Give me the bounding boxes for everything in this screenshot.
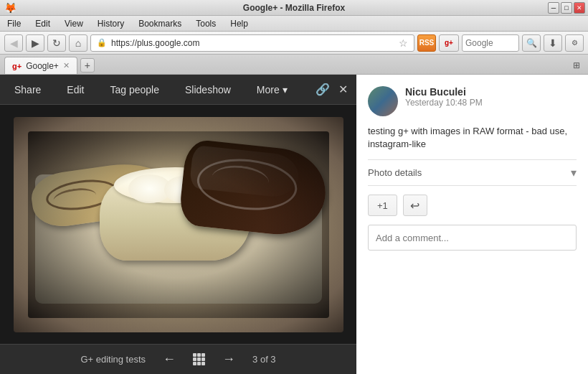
grid-view-button[interactable] [193, 353, 205, 365]
user-details: Nicu Buculei Yesterday 10:48 PM [405, 86, 483, 108]
back-button[interactable]: ◀ [4, 34, 23, 52]
share-toolbar-button[interactable]: Share [9, 81, 47, 98]
share-button[interactable]: ↩ [403, 195, 427, 216]
tab-label: Google+ [26, 61, 59, 71]
download-button[interactable]: ⬇ [544, 34, 562, 52]
more-tools-button[interactable]: ⚙ [565, 34, 584, 52]
chevron-down-icon[interactable]: ▾ [571, 166, 577, 179]
slideshow-toolbar-button[interactable]: Slideshow [179, 81, 237, 98]
eclair-background [14, 117, 343, 332]
grid-dot [197, 362, 201, 365]
forward-button[interactable]: ▶ [26, 34, 44, 52]
minimize-button[interactable]: ─ [548, 2, 559, 14]
nav-bar: ◀ ▶ ↻ ⌂ 🔒 https://plus.google.com ☆ RSS … [0, 32, 588, 55]
avatar [368, 86, 398, 116]
photo-details-label: Photo details [368, 167, 422, 178]
grid-dot [201, 357, 205, 361]
address-text: https://plus.google.com [111, 38, 394, 48]
grid-dot [193, 353, 196, 357]
menu-file[interactable]: File [4, 17, 24, 30]
comment-input[interactable] [368, 225, 577, 251]
close-button[interactable]: ✕ [574, 2, 585, 14]
sidebar: Nicu Buculei Yesterday 10:48 PM testing … [356, 75, 588, 374]
photo-image [14, 117, 343, 332]
grid-dot [201, 362, 205, 365]
plus-one-button[interactable]: +1 [368, 195, 397, 216]
grid-dot [197, 353, 201, 357]
window-controls: ─ □ ✕ [548, 2, 585, 14]
google-plus-search-icon[interactable]: g+ [439, 34, 459, 52]
bookmark-star-icon[interactable]: ☆ [399, 37, 408, 49]
toolbar-icons: 🔗 ✕ [316, 83, 348, 96]
rss-button[interactable]: RSS [417, 34, 436, 52]
search-area: g+ 🔍 [439, 34, 541, 52]
avatar-image [368, 86, 398, 116]
eclair-composition [28, 131, 329, 318]
photo-container [0, 105, 356, 344]
photo-counter: 3 of 3 [252, 354, 276, 365]
album-label: G+ editing tests [80, 354, 146, 365]
photo-toolbar: Share Edit Tag people Slideshow More ▾ 🔗… [0, 75, 356, 105]
action-buttons: +1 ↩ [368, 195, 577, 216]
menu-edit[interactable]: Edit [32, 17, 53, 30]
tag-people-toolbar-button[interactable]: Tag people [104, 81, 165, 98]
menu-tools[interactable]: Tools [193, 17, 219, 30]
tab-sidebar-button[interactable]: ⊞ [569, 58, 584, 73]
tab-favicon: g+ [12, 62, 22, 70]
link-icon[interactable]: 🔗 [316, 83, 330, 96]
close-photo-icon[interactable]: ✕ [338, 83, 348, 96]
user-name[interactable]: Nicu Buculei [405, 86, 483, 98]
title-bar: 🦊 Google+ - Mozilla Firefox ─ □ ✕ [0, 0, 588, 16]
grid-dot [201, 353, 205, 357]
more-toolbar-button[interactable]: More ▾ [251, 81, 293, 98]
menu-history[interactable]: History [95, 17, 127, 30]
tab-close-button[interactable]: ✕ [63, 61, 70, 70]
address-bar[interactable]: 🔒 https://plus.google.com ☆ [90, 34, 414, 52]
menu-bar: File Edit View History Bookmarks Tools H… [0, 16, 588, 32]
prev-photo-button[interactable]: ← [160, 349, 179, 370]
grid-icon [193, 353, 205, 365]
menu-help[interactable]: Help [227, 17, 251, 30]
share-icon: ↩ [410, 199, 419, 212]
grid-dot [193, 357, 196, 361]
main-area: Share Edit Tag people Slideshow More ▾ 🔗… [0, 75, 588, 374]
firefox-icon: 🦊 [4, 2, 16, 14]
post-text: testing g+ with images in RAW format - b… [368, 125, 577, 151]
menu-view[interactable]: View [62, 17, 86, 30]
search-input[interactable] [462, 34, 519, 52]
tab-bar: g+ Google+ ✕ + ⊞ [0, 55, 588, 75]
photo-panel: Share Edit Tag people Slideshow More ▾ 🔗… [0, 75, 356, 374]
grid-dot [193, 362, 196, 365]
edit-toolbar-button[interactable]: Edit [61, 81, 90, 98]
menu-bookmarks[interactable]: Bookmarks [136, 17, 184, 30]
search-button[interactable]: 🔍 [522, 34, 541, 52]
photo-details-row[interactable]: Photo details ▾ [368, 159, 577, 186]
grid-dot [197, 357, 201, 361]
new-tab-button[interactable]: + [80, 58, 95, 73]
tab-googleplus[interactable]: g+ Google+ ✕ [4, 57, 77, 74]
next-photo-button[interactable]: → [219, 349, 238, 370]
reload-button[interactable]: ↻ [47, 34, 66, 52]
photo-nav: G+ editing tests ← → 3 of 3 [0, 344, 356, 374]
maximize-button[interactable]: □ [561, 2, 572, 14]
home-button[interactable]: ⌂ [69, 34, 87, 52]
user-info: Nicu Buculei Yesterday 10:48 PM [368, 86, 577, 116]
post-time: Yesterday 10:48 PM [405, 98, 483, 108]
window-title: Google+ - Mozilla Firefox [243, 3, 345, 13]
eclair-right [178, 138, 329, 238]
